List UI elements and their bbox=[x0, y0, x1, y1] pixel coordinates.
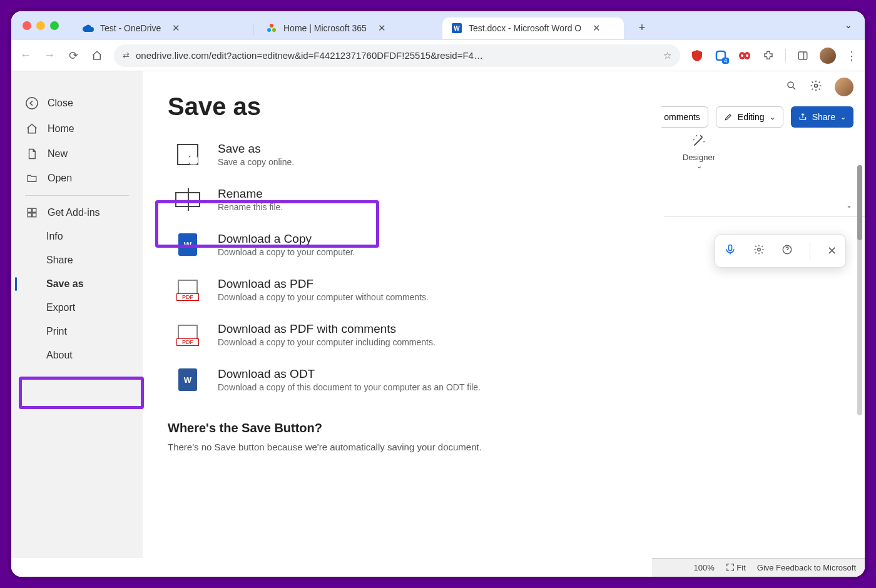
scrollbar[interactable] bbox=[857, 165, 862, 415]
ublock-icon[interactable] bbox=[690, 49, 704, 63]
fit-button[interactable]: Fit bbox=[726, 563, 746, 572]
option-download-copy[interactable]: W Download a Copy Download a copy to you… bbox=[168, 222, 612, 267]
wand-icon bbox=[677, 133, 721, 153]
onedrive-icon bbox=[83, 23, 94, 34]
file-export[interactable]: Export bbox=[11, 296, 143, 320]
chevron-down-icon: ⌄ bbox=[840, 113, 846, 121]
svg-rect-18 bbox=[33, 208, 36, 212]
tab-m365[interactable]: Home | Microsoft 365 ✕ bbox=[257, 18, 439, 39]
microphone-icon[interactable] bbox=[724, 243, 736, 259]
tab-word[interactable]: W Test.docx - Microsoft Word O ✕ bbox=[442, 18, 624, 39]
svg-point-7 bbox=[746, 54, 748, 57]
file-addins[interactable]: Get Add-ins bbox=[11, 201, 143, 225]
svg-rect-17 bbox=[28, 208, 31, 212]
extension-badge-icon[interactable]: 4 bbox=[714, 49, 728, 63]
designer-button[interactable]: Designer ⌄ bbox=[677, 133, 721, 170]
file-menu-overlay: Close Home New bbox=[11, 71, 637, 558]
file-info[interactable]: Info bbox=[11, 225, 143, 248]
search-icon[interactable] bbox=[786, 80, 797, 94]
file-sidebar: Close Home New bbox=[11, 71, 143, 558]
file-about[interactable]: About bbox=[11, 343, 143, 367]
svg-point-6 bbox=[741, 54, 743, 57]
file-close[interactable]: Close bbox=[11, 90, 143, 116]
site-settings-icon[interactable]: ⇄ bbox=[123, 51, 130, 60]
extensions-button[interactable] bbox=[761, 49, 775, 63]
reload-button[interactable]: ⟳ bbox=[66, 49, 80, 63]
option-download-pdf[interactable]: Download as PDF Download a copy to your … bbox=[168, 267, 612, 312]
addins-icon bbox=[25, 207, 39, 218]
tab-overflow-button[interactable]: ⌄ bbox=[841, 18, 856, 33]
maximize-window[interactable] bbox=[50, 21, 59, 30]
user-avatar[interactable] bbox=[835, 78, 853, 96]
file-print[interactable]: Print bbox=[11, 320, 143, 343]
svg-rect-19 bbox=[28, 213, 31, 217]
svg-point-12 bbox=[815, 84, 818, 87]
home-button[interactable] bbox=[90, 49, 104, 63]
close-tab-icon[interactable]: ✕ bbox=[378, 23, 386, 34]
file-home[interactable]: Home bbox=[11, 116, 143, 141]
address-bar[interactable]: ⇄ onedrive.live.com/edit?action=editnew&… bbox=[114, 44, 680, 67]
close-window[interactable] bbox=[23, 21, 31, 30]
feedback-link[interactable]: Give Feedback to Microsoft bbox=[757, 563, 856, 572]
file-saveas[interactable]: Save as bbox=[11, 272, 143, 296]
svg-point-10 bbox=[788, 82, 793, 88]
tab-title: Test.docx - Microsoft Word O bbox=[469, 23, 581, 33]
info-body: There's no Save button because we're aut… bbox=[168, 442, 612, 452]
file-new[interactable]: New bbox=[11, 141, 143, 166]
tab-onedrive[interactable]: Test - OneDrive ✕ bbox=[74, 18, 249, 39]
forward-button[interactable]: → bbox=[43, 49, 56, 63]
dictation-settings-icon[interactable] bbox=[753, 244, 765, 258]
tab-title: Test - OneDrive bbox=[100, 23, 161, 33]
rename-icon bbox=[174, 186, 201, 213]
share-button[interactable]: Share ⌄ bbox=[791, 106, 853, 128]
settings-icon[interactable] bbox=[810, 79, 822, 95]
chevron-down-icon: ⌄ bbox=[770, 113, 775, 121]
comments-button[interactable]: omments bbox=[661, 106, 708, 128]
tab-title: Home | Microsoft 365 bbox=[283, 23, 367, 33]
word-file-icon: W bbox=[174, 231, 201, 258]
svg-rect-20 bbox=[33, 213, 36, 217]
help-icon[interactable] bbox=[782, 244, 793, 258]
svg-rect-8 bbox=[798, 52, 807, 59]
dictation-toolbar[interactable]: ✕ bbox=[715, 234, 846, 268]
window-controls[interactable] bbox=[23, 21, 59, 30]
svg-point-2 bbox=[272, 28, 276, 32]
svg-rect-13 bbox=[728, 245, 731, 250]
new-file-icon bbox=[25, 148, 39, 160]
profile-avatar[interactable] bbox=[820, 48, 836, 64]
svg-point-0 bbox=[270, 24, 273, 28]
file-main-panel: Save as Save as Save a copy online. Rena… bbox=[143, 71, 637, 558]
save-as-icon bbox=[174, 141, 201, 168]
zoom-level[interactable]: 100% bbox=[693, 563, 714, 572]
ribbon-collapse-icon[interactable]: ⌄ bbox=[846, 201, 852, 210]
option-rename[interactable]: Rename Rename this file. bbox=[168, 177, 612, 222]
pdf-file-icon bbox=[174, 321, 201, 348]
svg-point-1 bbox=[267, 28, 271, 32]
editing-mode-button[interactable]: Editing ⌄ bbox=[716, 106, 783, 128]
page-title: Save as bbox=[168, 93, 612, 121]
extension-icon-2[interactable] bbox=[738, 49, 751, 63]
option-download-pdf-comments[interactable]: Download as PDF with comments Download a… bbox=[168, 312, 612, 357]
browser-menu-button[interactable]: ⋮ bbox=[846, 49, 857, 63]
url-text: onedrive.live.com/edit?action=editnew&id… bbox=[136, 50, 657, 61]
close-icon[interactable]: ✕ bbox=[827, 244, 837, 258]
chevron-down-icon: ⌄ bbox=[677, 162, 721, 170]
file-share[interactable]: Share bbox=[11, 248, 143, 272]
back-arrow-icon bbox=[25, 96, 39, 110]
svg-point-14 bbox=[758, 248, 761, 251]
svg-point-16 bbox=[26, 98, 38, 109]
word-icon: W bbox=[451, 23, 462, 34]
option-save-as[interactable]: Save as Save a copy online. bbox=[168, 132, 612, 177]
minimize-window[interactable] bbox=[36, 21, 45, 30]
close-tab-icon[interactable]: ✕ bbox=[593, 23, 601, 34]
folder-icon bbox=[25, 173, 39, 184]
close-tab-icon[interactable]: ✕ bbox=[172, 23, 180, 34]
back-button[interactable]: ← bbox=[19, 49, 33, 63]
m365-icon bbox=[266, 23, 277, 34]
option-download-odt[interactable]: W Download as ODT Download a copy of thi… bbox=[168, 357, 612, 402]
info-heading: Where's the Save Button? bbox=[168, 421, 612, 435]
bookmark-icon[interactable]: ☆ bbox=[663, 50, 671, 61]
new-tab-button[interactable]: + bbox=[633, 18, 651, 37]
file-open[interactable]: Open bbox=[11, 166, 143, 190]
sidepanel-icon[interactable] bbox=[796, 49, 810, 63]
